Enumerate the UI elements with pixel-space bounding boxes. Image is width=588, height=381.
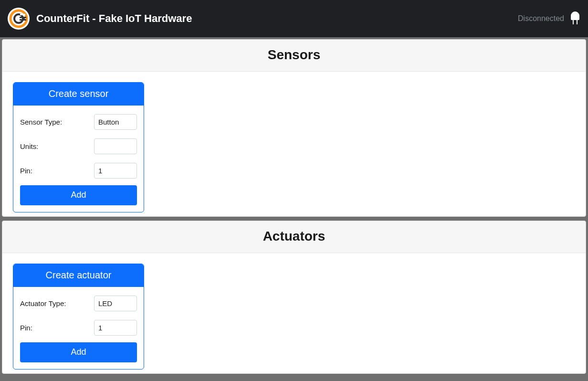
sensor-pin-row: Pin: 1 — [20, 163, 137, 179]
actuators-panel: Actuators Create actuator Actuator Type:… — [2, 221, 586, 374]
add-actuator-button[interactable]: Add — [20, 342, 137, 362]
logo-icon — [8, 8, 30, 30]
sensor-units-row: Units: — [20, 138, 137, 154]
create-actuator-card-title: Create actuator — [13, 264, 144, 287]
actuators-header: Actuators — [2, 221, 586, 253]
brand: CounterFit - Fake IoT Hardware — [8, 8, 192, 30]
create-sensor-form: Sensor Type: Button Units: Pin: — [13, 106, 144, 185]
sensor-type-row: Sensor Type: Button — [20, 114, 137, 130]
actuators-title: Actuators — [2, 229, 586, 244]
sensors-header: Sensors — [2, 40, 586, 72]
led-status-icon — [570, 11, 580, 26]
sensors-panel: Sensors Create sensor Sensor Type: Butto… — [2, 39, 586, 217]
create-actuator-card: Create actuator Actuator Type: LED Pin: … — [13, 264, 144, 370]
navbar: CounterFit - Fake IoT Hardware Disconnec… — [0, 0, 588, 37]
create-sensor-card: Create sensor Sensor Type: Button Units: — [13, 82, 144, 212]
main-content: Sensors Create sensor Sensor Type: Butto… — [0, 37, 588, 374]
sensor-units-label: Units: — [20, 142, 38, 150]
create-sensor-card-title: Create sensor — [13, 83, 144, 106]
actuator-type-select[interactable]: LED — [94, 296, 137, 311]
actuator-pin-row: Pin: 1 — [20, 320, 137, 336]
sensor-type-label: Sensor Type: — [20, 118, 62, 126]
actuator-type-label: Actuator Type: — [20, 299, 66, 307]
actuator-pin-label: Pin: — [20, 324, 32, 332]
svg-point-1 — [14, 14, 23, 23]
create-actuator-form: Actuator Type: LED Pin: 1 — [13, 287, 144, 342]
sensor-pin-select[interactable]: 1 — [94, 163, 137, 179]
sensors-body: Create sensor Sensor Type: Button Units: — [2, 72, 586, 216]
sensor-type-select[interactable]: Button — [94, 114, 137, 130]
add-sensor-button[interactable]: Add — [20, 185, 137, 205]
actuator-pin-select[interactable]: 1 — [94, 320, 137, 336]
nav-right: Disconnected — [518, 11, 580, 26]
svg-rect-4 — [23, 17, 25, 21]
actuator-type-row: Actuator Type: LED — [20, 296, 137, 311]
sensors-title: Sensors — [2, 47, 586, 63]
sensor-units-select[interactable] — [94, 138, 137, 154]
sensor-pin-label: Pin: — [20, 167, 32, 175]
connection-status: Disconnected — [518, 14, 564, 23]
app-title: CounterFit - Fake IoT Hardware — [36, 12, 192, 25]
actuators-body: Create actuator Actuator Type: LED Pin: … — [2, 253, 586, 373]
